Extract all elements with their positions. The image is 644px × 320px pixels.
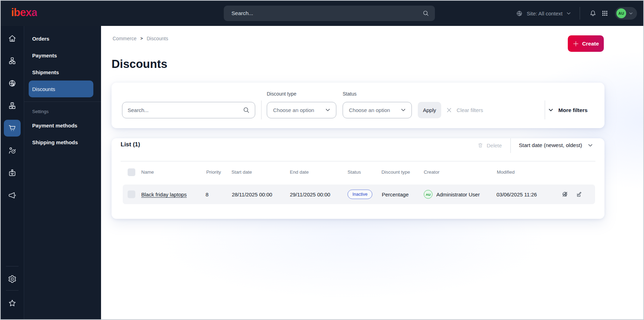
creator-avatar: AU	[424, 190, 432, 199]
discount-name-link[interactable]: Black friday laptops	[141, 192, 187, 197]
select-all-checkbox[interactable]	[128, 168, 135, 176]
site-context-label: Site: All context	[527, 11, 563, 16]
chevron-down-icon	[548, 107, 554, 113]
icon-rail	[1, 26, 24, 320]
creator-cell: AU Administrator User	[424, 190, 480, 199]
menu-item-orders[interactable]: Orders	[24, 30, 101, 47]
discount-type-value: Percentage	[382, 192, 409, 197]
menu-item-shipping-methods[interactable]: Shipping methods	[24, 134, 101, 151]
app-window: ibexa Site: All context	[0, 0, 644, 320]
column-header-discount-type: Discount type	[381, 169, 410, 175]
end-date-value: 29/11/2025 00:00	[290, 192, 330, 197]
more-filters-button[interactable]: More filters	[548, 102, 588, 118]
chevron-down-icon	[587, 142, 593, 148]
close-icon	[446, 107, 452, 113]
modified-value: 03/06/2025 11:26	[496, 192, 537, 197]
status-badge: Inactive	[348, 190, 372, 199]
commerce-cart-icon[interactable]	[4, 120, 21, 137]
filter-search-input[interactable]	[128, 107, 243, 113]
sort-label: Start date (newest, oldest)	[519, 142, 582, 148]
preview-disabled-icon[interactable]	[560, 190, 570, 199]
products-boxes-icon[interactable]	[4, 97, 21, 114]
menu-item-shipments[interactable]: Shipments	[24, 64, 101, 81]
personalization-target-icon[interactable]	[4, 142, 21, 159]
clear-filters-button[interactable]: Clear filters	[446, 102, 483, 118]
edit-icon[interactable]	[574, 190, 584, 199]
settings-gear-icon[interactable]	[4, 271, 21, 287]
topbar-actions: Site: All context AU	[516, 1, 637, 26]
column-header-start-date: Start date	[231, 169, 252, 175]
bookmarks-star-icon[interactable]	[4, 295, 21, 312]
avatar: AU	[616, 8, 626, 18]
column-header-end-date: End date	[290, 169, 309, 175]
menu-item-discounts[interactable]: Discounts	[29, 81, 93, 97]
ibexa-logo: ibexa	[11, 6, 37, 19]
priority-value: 8	[206, 192, 208, 197]
filter-search[interactable]	[122, 102, 255, 118]
commerce-menu: Orders Payments Shipments Discounts Sett…	[24, 26, 101, 320]
filter-divider	[261, 100, 262, 119]
topbar-divider	[580, 7, 580, 20]
global-search[interactable]	[224, 6, 435, 21]
row-checkbox[interactable]	[128, 190, 135, 198]
apply-button[interactable]: Apply	[418, 102, 441, 118]
clear-filters-label: Clear filters	[457, 107, 483, 113]
more-filters-label: More filters	[558, 107, 588, 113]
breadcrumb-commerce[interactable]: Commerce	[113, 36, 136, 41]
breadcrumb-separator: >	[140, 36, 143, 41]
menu-item-payment-methods[interactable]: Payment methods	[24, 117, 101, 134]
list-title: List (1)	[121, 141, 140, 148]
status-select[interactable]: Choose an option	[343, 102, 412, 118]
breadcrumb-discounts[interactable]: Discounts	[146, 36, 168, 41]
delete-label: Delete	[487, 142, 502, 148]
status-value: Choose an option	[349, 107, 390, 113]
start-date-value: 28/11/2025 00:00	[232, 192, 272, 197]
discount-type-value: Choose an option	[273, 107, 314, 113]
globe-icon	[516, 10, 523, 17]
discount-type-label: Discount type	[267, 91, 296, 97]
page-title: Discounts	[112, 57, 167, 71]
chevron-down-icon	[325, 107, 331, 113]
column-header-status: Status	[348, 169, 361, 175]
global-search-input[interactable]	[231, 10, 422, 16]
list-toolbar-divider	[510, 138, 511, 153]
site-context-selector[interactable]: Site: All context	[516, 10, 571, 17]
rail-divider	[6, 266, 19, 266]
notifications-bell-icon[interactable]	[587, 7, 599, 19]
plus-icon	[573, 41, 579, 47]
search-icon	[243, 106, 250, 114]
column-header-name: Name	[141, 169, 154, 175]
marketing-megaphone-icon[interactable]	[4, 187, 21, 204]
rail-divider	[6, 290, 19, 291]
discounts-list-card: List (1) Delete Start date (newest, olde…	[112, 138, 604, 219]
filters-card: Discount type Choose an option Status Ch…	[112, 83, 604, 128]
table-header-rule	[121, 161, 595, 161]
chevron-down-icon	[629, 11, 633, 16]
sort-selector[interactable]: Start date (newest, oldest)	[519, 140, 593, 151]
discount-type-select[interactable]: Choose an option	[267, 102, 336, 118]
main-content: Commerce > Discounts Create Discounts Di…	[101, 26, 644, 320]
column-header-modified: Modified	[497, 169, 515, 175]
content-tree-icon[interactable]	[4, 53, 21, 69]
topbar: ibexa Site: All context	[1, 1, 643, 26]
create-button-label: Create	[582, 41, 599, 47]
table-row: Black friday laptops 8 28/11/2025 00:00 …	[123, 185, 595, 204]
profile-badge-icon[interactable]	[4, 165, 21, 181]
column-header-priority: Priority	[206, 169, 221, 175]
filter-divider	[545, 100, 545, 119]
menu-item-payments[interactable]: Payments	[24, 47, 101, 64]
status-label: Status	[343, 91, 357, 97]
home-icon[interactable]	[4, 30, 21, 47]
delete-button[interactable]: Delete	[477, 140, 502, 151]
site-globe-icon[interactable]	[4, 75, 21, 92]
user-menu[interactable]: AU	[615, 7, 637, 20]
menu-section-settings: Settings	[24, 102, 101, 117]
chevron-down-icon	[566, 11, 571, 16]
chevron-down-icon	[400, 107, 406, 113]
column-header-creator: Creator	[424, 169, 439, 175]
trash-icon	[477, 142, 484, 148]
create-button[interactable]: Create	[568, 35, 604, 52]
search-icon[interactable]	[422, 10, 429, 17]
creator-name: Administrator User	[436, 192, 480, 197]
app-grid-icon[interactable]	[599, 7, 611, 19]
